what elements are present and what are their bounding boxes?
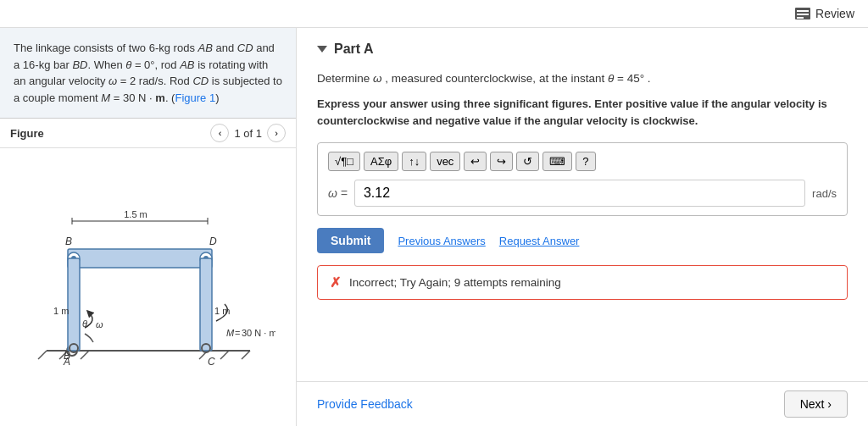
- figure-area: 1.5 m B θ: [0, 148, 296, 426]
- svg-line-5: [38, 351, 47, 359]
- error-icon: ✗: [330, 274, 341, 291]
- top-bar: Review: [0, 0, 868, 28]
- review-label: Review: [815, 7, 854, 20]
- question-text: Determine ω , measured counterclockwise,…: [317, 70, 848, 87]
- svg-text:=: =: [235, 328, 240, 338]
- keyboard-button[interactable]: ⌨: [542, 152, 572, 171]
- error-message: Incorrect; Try Again; 9 attempts remaini…: [349, 276, 561, 289]
- collapse-icon[interactable]: [317, 46, 327, 53]
- reset-button[interactable]: ↺: [516, 152, 539, 171]
- problem-text: The linkage consists of two 6-kg rods AB…: [0, 28, 296, 119]
- svg-rect-18: [68, 249, 212, 268]
- right-content: Part A Determine ω , measured counterclo…: [297, 28, 868, 381]
- unit-label: rad/s: [812, 187, 837, 200]
- submit-button[interactable]: Submit: [317, 228, 384, 253]
- question-note: Express your answer using three signific…: [317, 96, 848, 129]
- part-label: Part A: [334, 42, 374, 57]
- svg-line-10: [242, 351, 250, 359]
- problem-description: The linkage consists of two 6-kg rods AB…: [14, 42, 282, 104]
- svg-line-7: [81, 351, 89, 359]
- undo-button[interactable]: ↩: [464, 152, 487, 171]
- prev-figure-button[interactable]: ‹: [210, 124, 229, 142]
- error-box: ✗ Incorrect; Try Again; 9 attempts remai…: [317, 265, 848, 300]
- review-icon: [795, 8, 810, 19]
- arrows-button[interactable]: ↑↓: [402, 152, 426, 171]
- svg-text:ω: ω: [96, 319, 103, 330]
- bottom-bar: Provide Feedback Next ›: [297, 381, 868, 426]
- next-figure-button[interactable]: ›: [267, 124, 286, 142]
- answer-row: ω = rad/s: [328, 180, 837, 207]
- svg-text:D: D: [209, 235, 217, 247]
- review-button[interactable]: Review: [795, 7, 854, 20]
- omega-label: ω =: [328, 186, 348, 200]
- svg-rect-25: [68, 258, 80, 351]
- svg-rect-2: [797, 14, 809, 15]
- request-answer-button[interactable]: Request Answer: [499, 235, 580, 247]
- figure-link[interactable]: Figure 1: [175, 91, 215, 104]
- part-header: Part A: [317, 42, 848, 57]
- svg-rect-30: [200, 258, 212, 351]
- figure-header: Figure ‹ 1 of 1 ›: [0, 119, 296, 148]
- previous-answers-button[interactable]: Previous Answers: [398, 235, 485, 247]
- feedback-link[interactable]: Provide Feedback: [317, 397, 413, 411]
- figure-title: Figure: [10, 127, 44, 140]
- svg-rect-1: [797, 10, 809, 12]
- figure-nav: ‹ 1 of 1 ›: [210, 124, 286, 142]
- toolbar: √¶□ ΑΣφ ↑↓ vec ↩ ↪ ↺ ⌨ ?: [328, 152, 837, 171]
- redo-button[interactable]: ↪: [490, 152, 513, 171]
- answer-input-box: √¶□ ΑΣφ ↑↓ vec ↩ ↪ ↺ ⌨ ? ω = rad/s: [317, 142, 848, 216]
- svg-text:A: A: [63, 356, 70, 368]
- alpha-sigma-phi-button[interactable]: ΑΣφ: [364, 152, 398, 171]
- svg-text:C: C: [208, 356, 215, 368]
- action-row: Submit Previous Answers Request Answer: [317, 228, 848, 253]
- right-panel: Part A Determine ω , measured counterclo…: [297, 28, 868, 426]
- sqrt-button[interactable]: √¶□: [328, 152, 360, 171]
- svg-text:M: M: [226, 328, 235, 338]
- svg-text:1 m: 1 m: [53, 306, 69, 316]
- answer-field[interactable]: [354, 180, 805, 207]
- vec-button[interactable]: vec: [430, 152, 460, 171]
- help-button[interactable]: ?: [576, 152, 595, 171]
- left-panel: The linkage consists of two 6-kg rods AB…: [0, 28, 297, 426]
- svg-text:B: B: [65, 235, 72, 247]
- next-button[interactable]: Next ›: [784, 390, 848, 418]
- svg-line-9: [220, 351, 229, 359]
- svg-rect-3: [797, 17, 804, 19]
- svg-text:1.5 m: 1.5 m: [124, 209, 147, 219]
- page-indicator: 1 of 1: [234, 127, 262, 140]
- figure-image: 1.5 m B θ: [21, 202, 275, 372]
- svg-text:30 N · m: 30 N · m: [242, 328, 275, 338]
